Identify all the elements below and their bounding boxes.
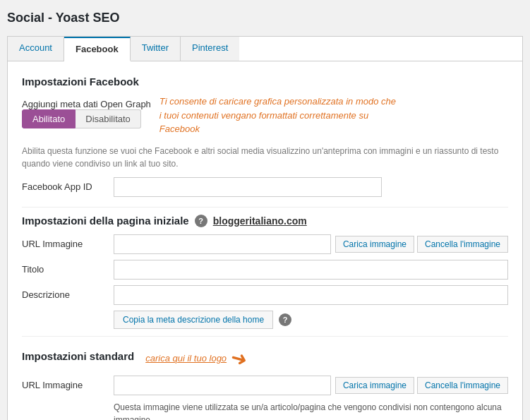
content-area: Impostazioni Facebook Aggiungi meta dati…: [7, 61, 523, 420]
homepage-url-label: URL Immagine: [22, 239, 114, 249]
toggle-disabled-button[interactable]: Disabilitato: [76, 109, 141, 128]
tab-pinterest[interactable]: Pinterest: [181, 37, 239, 61]
standard-section: Impostazioni standard carica qui il tuo …: [22, 347, 508, 421]
homepage-url-input[interactable]: [114, 234, 331, 254]
opengraph-row: Aggiungi meta dati Open Graph Abilitato …: [22, 95, 508, 136]
standard-header-row: Impostazioni standard carica qui il tuo …: [22, 347, 508, 370]
homepage-url-row: URL Immagine Carica immagine Cancella l'…: [22, 234, 508, 254]
standard-note: Questa immagine viene utilizzata se un/a…: [114, 401, 508, 421]
toggle-enabled-button[interactable]: Abilitato: [22, 109, 76, 128]
opengraph-label: Aggiungi meta dati Open Graph: [22, 95, 152, 109]
homepage-title-input[interactable]: [114, 260, 508, 280]
homepage-desc-input[interactable]: [114, 285, 508, 305]
homepage-section-title: Impostazioni della pagina iniziale ? blo…: [22, 215, 508, 227]
toggle-group: Abilitato Disabilitato: [22, 109, 141, 128]
copy-meta-button[interactable]: Copia la meta descrizione della home: [114, 311, 273, 329]
copy-help-icon[interactable]: ?: [279, 313, 291, 326]
tab-account[interactable]: Account: [8, 37, 64, 61]
homepage-desc-row: Descrizione: [22, 285, 508, 305]
homepage-help-icon[interactable]: ?: [195, 215, 207, 227]
arrow-icon: ➜: [228, 344, 250, 371]
app-id-row: Facebook App ID: [22, 177, 508, 197]
standard-url-label: URL Immagine: [22, 380, 114, 390]
tab-facebook[interactable]: Facebook: [64, 37, 131, 61]
app-id-input[interactable]: [114, 177, 382, 197]
standard-cancel-button[interactable]: Cancella l'immagine: [417, 377, 508, 394]
homepage-title-label: Titolo: [22, 264, 114, 275]
page-title: Social - Yoast SEO: [7, 7, 523, 29]
homepage-cancel-button[interactable]: Cancella l'immagine: [417, 236, 508, 253]
homepage-desc-label: Descrizione: [22, 289, 114, 300]
app-id-label: Facebook App ID: [22, 181, 114, 192]
homepage-title-row: Titolo: [22, 260, 508, 280]
opengraph-note: Abilita questa funzione se vuoi che Face…: [22, 145, 508, 170]
carica-logo-link[interactable]: carica qui il tuo logo: [145, 353, 227, 364]
standard-url-row: URL Immagine Carica immagine Cancella l'…: [22, 376, 508, 395]
copy-btn-row: Copia la meta descrizione della home ?: [114, 311, 508, 329]
blog-link[interactable]: bloggeritaliano.com: [213, 215, 307, 227]
tabs-bar: Account Facebook Twitter Pinterest: [7, 36, 523, 61]
orange-info-text: Ti consente di caricare grafica personal…: [159, 96, 396, 134]
tab-twitter[interactable]: Twitter: [131, 37, 181, 61]
facebook-section-title: Impostazioni Facebook: [22, 76, 508, 88]
standard-upload-button[interactable]: Carica immagine: [335, 377, 414, 394]
homepage-upload-button[interactable]: Carica immagine: [335, 236, 414, 253]
standard-section-title: Impostazioni standard: [22, 350, 134, 362]
standard-url-input[interactable]: [114, 376, 331, 395]
